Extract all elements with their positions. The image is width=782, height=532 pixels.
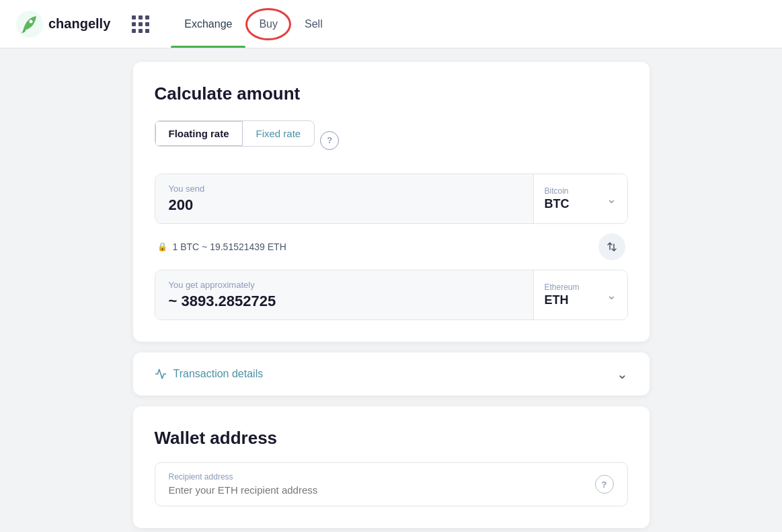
wallet-title: Wallet address (155, 428, 628, 449)
main-content: Calculate amount Floating rate Fixed rat… (122, 48, 660, 532)
rate-display: 1 BTC ~ 19.51521439 ETH (173, 241, 286, 252)
get-field-left: You get approximately ~ 3893.2852725 (155, 270, 533, 319)
get-currency-name: Ethereum (545, 282, 580, 292)
send-chevron-icon: ⌄ (607, 192, 617, 206)
nav-item-exchange[interactable]: Exchange (171, 0, 245, 48)
swap-button[interactable] (598, 233, 625, 260)
swap-icon (605, 240, 619, 254)
logo[interactable]: changelly (16, 11, 110, 38)
get-currency-selector[interactable]: Ethereum ETH ⌄ (533, 270, 627, 319)
rate-text-group: 🔒 1 BTC ~ 19.51521439 ETH (157, 241, 286, 252)
send-label: You send (169, 184, 520, 194)
transaction-header[interactable]: Transaction details ⌄ (133, 352, 650, 395)
logo-icon (16, 11, 43, 38)
send-currency-selector[interactable]: Bitcoin BTC ⌄ (533, 174, 627, 223)
address-input[interactable] (169, 484, 595, 496)
rate-help-icon[interactable]: ? (320, 131, 339, 150)
fixed-rate-button[interactable]: Fixed rate (243, 121, 315, 146)
calculate-card: Calculate amount Floating rate Fixed rat… (133, 62, 650, 342)
get-chevron-icon: ⌄ (607, 288, 617, 303)
send-field-left: You send 200 (155, 174, 533, 223)
main-nav: Exchange Buy Sell (171, 0, 336, 48)
wallet-card: Wallet address Recipient address ? (133, 406, 650, 528)
address-label: Recipient address (169, 472, 595, 482)
calculate-title: Calculate amount (155, 83, 628, 104)
rate-row: 🔒 1 BTC ~ 19.51521439 ETH (155, 224, 628, 270)
get-currency-info: Ethereum ETH (545, 282, 580, 307)
send-currency-symbol: BTC (545, 197, 570, 211)
get-label: You get approximately (169, 280, 520, 290)
transaction-card: Transaction details ⌄ (133, 352, 650, 395)
address-inner: Recipient address (169, 472, 595, 496)
svg-point-1 (30, 20, 33, 23)
get-field: You get approximately ~ 3893.2852725 Eth… (155, 270, 628, 320)
transaction-title-group: Transaction details (155, 368, 264, 380)
address-help-icon[interactable]: ? (595, 475, 614, 494)
send-value[interactable]: 200 (169, 196, 520, 214)
send-field: You send 200 Bitcoin BTC ⌄ (155, 174, 628, 224)
transaction-chevron-icon: ⌄ (617, 366, 628, 382)
apps-grid-button[interactable] (132, 15, 149, 33)
rate-toggle: Floating rate Fixed rate (155, 120, 315, 147)
lock-icon: 🔒 (157, 242, 167, 252)
get-value: ~ 3893.2852725 (169, 293, 520, 310)
nav-item-buy[interactable]: Buy (245, 0, 291, 48)
send-currency-name: Bitcoin (545, 186, 570, 196)
address-field: Recipient address ? (155, 462, 628, 506)
send-currency-info: Bitcoin BTC (545, 186, 570, 211)
header: changelly Exchange Buy Sell (0, 0, 782, 48)
floating-rate-button[interactable]: Floating rate (155, 121, 243, 146)
pulse-icon (155, 368, 167, 380)
nav-item-sell[interactable]: Sell (291, 0, 336, 48)
get-currency-symbol: ETH (545, 293, 580, 307)
transaction-title-text: Transaction details (173, 368, 264, 380)
logo-text: changelly (48, 16, 110, 32)
